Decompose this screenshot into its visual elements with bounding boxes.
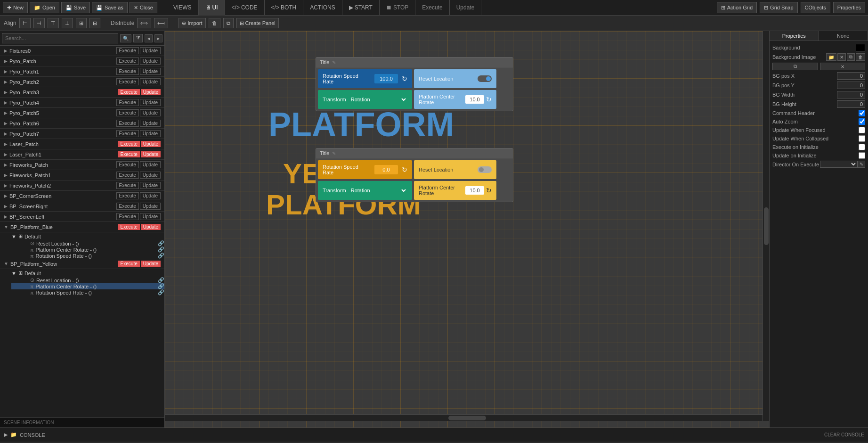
execute-bpscreenleft-button[interactable]: Execute xyxy=(116,213,139,220)
sidebar-item-pyropatch[interactable]: ▶ Pyro_Patch Execute Update xyxy=(0,56,164,66)
execute-fireworkspatch2-button[interactable]: Execute xyxy=(116,182,139,189)
scrollbar-thumb-v[interactable] xyxy=(764,207,769,245)
sidebar-item-laserpatch1[interactable]: ▶ Laser_Patch1 Execute Update xyxy=(0,149,164,160)
canvas-area[interactable]: BLUE PLATFORM YELLOW PLATFORM Title ✎ Ro… xyxy=(165,31,769,427)
tab-execute[interactable]: Execute xyxy=(415,0,449,16)
filter-button[interactable]: ⧩ xyxy=(133,34,143,42)
align-right-button[interactable]: ⊤ xyxy=(48,18,59,28)
canvas-scrollbar-h[interactable] xyxy=(165,414,769,421)
execute-bpyellow-button[interactable]: Execute xyxy=(118,261,140,267)
bg-pos-x-input[interactable] xyxy=(837,72,865,80)
blue-reset-location-widget[interactable]: Reset Location xyxy=(414,69,496,88)
update-when-collapsed-checkbox[interactable] xyxy=(859,135,865,142)
yellow-platform-center-rotate-widget[interactable]: Platform Center Rotate 10.0 ↻ xyxy=(414,181,496,200)
tab-properties[interactable]: Properties xyxy=(770,31,819,41)
update-fireworkspatch2-button[interactable]: Update xyxy=(140,182,161,189)
create-panel-button[interactable]: ⊞ Create Panel xyxy=(236,18,279,28)
update-pyropatch6-button[interactable]: Update xyxy=(140,120,161,127)
bg-width-input[interactable] xyxy=(837,91,865,98)
update-pyropatch4-button[interactable]: Update xyxy=(140,99,161,106)
director-on-execute-select[interactable] xyxy=(820,161,858,168)
cobjects-button[interactable]: CObjects xyxy=(801,2,830,13)
execute-pyropatch2-button[interactable]: Execute xyxy=(116,78,139,85)
align-top-button[interactable]: ⊥ xyxy=(62,18,73,28)
update-bpblue-button[interactable]: Update xyxy=(141,224,161,230)
blue-rotation-select[interactable]: Rotation xyxy=(349,96,407,103)
save-button[interactable]: 💾 Save xyxy=(61,2,90,13)
execute-fireworkspatch1-button[interactable]: Execute xyxy=(116,172,139,179)
tab-update[interactable]: Update xyxy=(450,0,482,16)
sidebar-item-pyropatch7[interactable]: ▶ Pyro_Patch7 Execute Update xyxy=(0,129,164,139)
execute-pyropatch-button[interactable]: Execute xyxy=(116,57,139,65)
nav-forward-button[interactable]: ▸ xyxy=(154,34,162,42)
bg-image-delete-button[interactable]: 🗑 xyxy=(856,53,865,61)
tab-ui[interactable]: 🖥 UI xyxy=(199,0,225,16)
execute-laserpatch1-button[interactable]: Execute xyxy=(118,151,140,157)
trash-button[interactable]: 🗑 xyxy=(209,18,220,28)
execute-pyropatch1-button[interactable]: Execute xyxy=(116,68,139,75)
yellow-platform-center-rotate[interactable]: π Platform Center Rotate - () 🔗 xyxy=(11,283,164,289)
auto-zoom-checkbox[interactable] xyxy=(859,118,865,125)
close-button[interactable]: ✕ Close xyxy=(130,2,157,13)
distribute-h-button[interactable]: ⟺ xyxy=(137,18,151,28)
update-when-focused-checkbox[interactable] xyxy=(859,127,865,133)
yellow-rotation-select[interactable]: Rotation xyxy=(349,187,407,194)
bg-image-btn1[interactable]: ⧉ xyxy=(772,63,818,70)
execute-bpscreenright-button[interactable]: Execute xyxy=(116,203,139,210)
sidebar-item-bpscreenleft[interactable]: ▶ BP_ScreenLeft Execute Update xyxy=(0,212,164,222)
sidebar-item-bpplatformyellow[interactable]: ▼ BP_Platform_Yellow Execute Update xyxy=(0,259,164,269)
update-fireworkspatch1-button[interactable]: Update xyxy=(140,172,161,179)
yellow-rotation-speed-widget[interactable]: Rotation Speed Rate 0.0 ↻ xyxy=(318,160,412,179)
tab-stop[interactable]: ⏹ STOP xyxy=(380,0,415,16)
blue-rotation-speed-rate[interactable]: π Rotation Speed Rate - () 🔗 xyxy=(11,253,164,259)
execute-pyropatch3-button[interactable]: Execute xyxy=(118,89,140,95)
sidebar-item-laserpatch[interactable]: ▶ Laser_Patch Execute Update xyxy=(0,139,164,149)
sidebar-item-pyropatch3[interactable]: ▶ Pyro_Patch3 Execute Update xyxy=(0,87,164,98)
director-on-execute-edit-button[interactable]: ✎ xyxy=(858,161,865,168)
update-bpscreenleft-button[interactable]: Update xyxy=(140,213,161,220)
yellow-rotate-refresh-icon[interactable]: ↻ xyxy=(486,187,492,194)
scrollbar-thumb-h[interactable] xyxy=(448,416,486,420)
properties-button[interactable]: Properties xyxy=(833,2,865,13)
open-button[interactable]: 📁 Open xyxy=(30,2,59,13)
update-bpscreenright-button[interactable]: Update xyxy=(140,203,161,210)
new-button[interactable]: ✚ New xyxy=(3,2,28,13)
sidebar-item-fireworkspatch1[interactable]: ▶ Fireworks_Patch1 Execute Update xyxy=(0,170,164,180)
execute-fixtures0-button[interactable]: Execute xyxy=(116,47,139,54)
update-laserpatch-button[interactable]: Update xyxy=(141,141,161,147)
sidebar-item-fixtures0[interactable]: ▶ Fixtures0 Execute Update xyxy=(0,46,164,56)
align-center-v-button[interactable]: ⊞ xyxy=(76,18,87,28)
execute-pyropatch4-button[interactable]: Execute xyxy=(116,99,139,106)
execute-laserpatch-button[interactable]: Execute xyxy=(118,141,140,147)
copy-button[interactable]: ⧉ xyxy=(223,18,234,28)
blue-rotate-refresh-icon[interactable]: ↻ xyxy=(486,96,492,103)
action-grid-button[interactable]: ⊞ Action Grid xyxy=(717,2,757,13)
sidebar-item-pyropatch6[interactable]: ▶ Pyro_Patch6 Execute Update xyxy=(0,118,164,129)
sidebar-item-fireworkspatch2[interactable]: ▶ Fireworks_Patch2 Execute Update xyxy=(0,180,164,191)
canvas-scrollbar-v[interactable] xyxy=(763,31,769,421)
update-pyropatch-button[interactable]: Update xyxy=(140,57,161,65)
search-button[interactable]: 🔍 xyxy=(120,34,131,42)
yellow-rotation-refresh-icon[interactable]: ↻ xyxy=(402,166,407,173)
align-left-button[interactable]: ⊢ xyxy=(19,18,31,28)
sidebar-item-bpcornerscreen[interactable]: ▶ BP_CornerScreen Execute Update xyxy=(0,191,164,201)
sidebar-item-bpplatformblue[interactable]: ▼ BP_Platform_Blue Execute Update xyxy=(0,222,164,232)
clear-console-button[interactable]: CLEAR CONSOLE xyxy=(824,432,864,437)
execute-pyropatch7-button[interactable]: Execute xyxy=(116,130,139,137)
execute-pyropatch5-button[interactable]: Execute xyxy=(116,109,139,116)
yellow-rotation-speed-rate[interactable]: π Rotation Speed Rate - () 🔗 xyxy=(11,289,164,295)
tab-both[interactable]: </> BOTH xyxy=(265,0,304,16)
bg-image-clear-button[interactable]: ✕ xyxy=(837,53,846,61)
tab-actions[interactable]: ACTIONS xyxy=(303,0,342,16)
execute-on-initialize-checkbox[interactable] xyxy=(859,144,865,150)
yellow-reset-toggle[interactable] xyxy=(478,166,492,173)
search-input[interactable] xyxy=(2,33,118,43)
update-pyropatch5-button[interactable]: Update xyxy=(140,109,161,116)
bg-image-browse-button[interactable]: 📁 xyxy=(826,53,836,61)
update-pyropatch2-button[interactable]: Update xyxy=(140,78,161,85)
blue-platform-center-rotate-widget[interactable]: Platform Center Rotate 10.0 ↻ xyxy=(414,90,496,109)
align-center-h-button[interactable]: ⊣ xyxy=(33,18,45,28)
sidebar-item-fireworkspatch[interactable]: ▶ Fireworks_Patch Execute Update xyxy=(0,160,164,170)
yellow-panel-card[interactable]: Title ✎ Rotation Speed Rate 0.0 ↻ Reset … xyxy=(316,148,513,202)
blue-reset-location[interactable]: ⊙ Reset Location - () 🔗 xyxy=(11,240,164,246)
